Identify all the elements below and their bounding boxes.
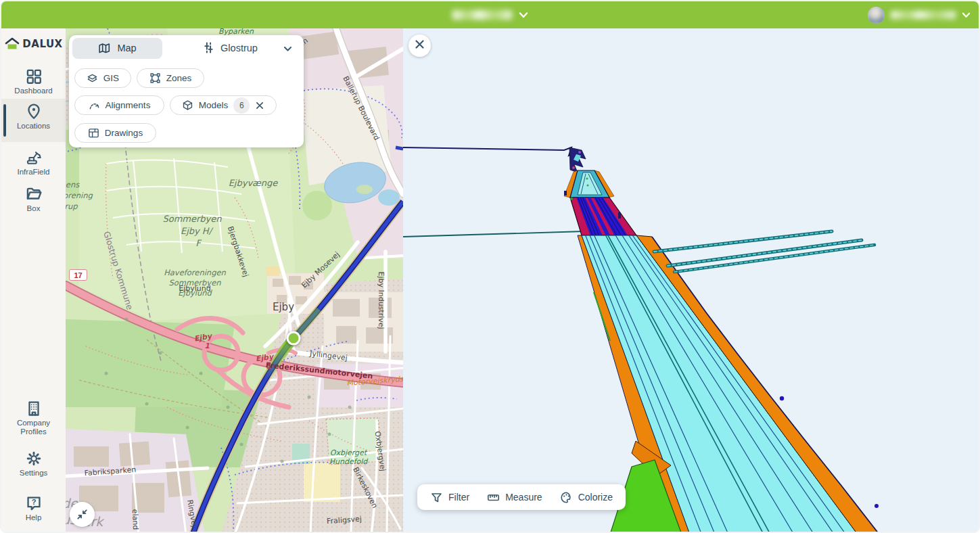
pill-label: Drawings <box>105 128 143 138</box>
chevron-down-icon <box>962 12 971 18</box>
alignment-position-marker[interactable] <box>287 331 301 346</box>
colorize-button[interactable]: Colorize <box>560 491 613 504</box>
measure-ruler-icon <box>487 491 500 504</box>
pill-label: Zones <box>166 73 192 83</box>
sidebar-item-settings[interactable]: Settings <box>1 446 66 482</box>
viewer-toolbar: FilterMeasureColorize <box>417 484 626 510</box>
pill-zones[interactable]: Zones <box>137 68 204 88</box>
pill-drawings[interactable]: Drawings <box>74 123 156 143</box>
measure-button[interactable]: Measure <box>487 491 542 504</box>
map-icon <box>98 43 111 54</box>
location-selector-label: Glostrup <box>220 43 258 53</box>
model-3d-canvas <box>403 28 980 533</box>
user-menu[interactable] <box>868 1 971 28</box>
dalux-app-window: DALUX DashboardLocationsInfraFieldBoxCom… <box>0 0 980 533</box>
sidebar-item-label: Dashboard <box>14 87 52 95</box>
user-name-redacted <box>891 11 956 19</box>
close-icon <box>415 39 425 52</box>
pill-models[interactable]: Models6 <box>170 95 277 115</box>
models-cube-icon <box>182 99 193 111</box>
building-icon <box>25 400 43 417</box>
locations-pin-icon <box>25 103 43 120</box>
gis-layers-icon <box>87 72 98 84</box>
sidebar-item-label: InfraField <box>18 168 50 177</box>
remove-models-filter-icon[interactable] <box>255 101 264 110</box>
drawings-icon <box>88 127 99 139</box>
dashboard-icon <box>25 68 43 85</box>
collapse-map-button[interactable] <box>70 502 95 527</box>
colorize-palette-icon <box>560 491 573 504</box>
pill-alignments[interactable]: Alignments <box>74 95 164 115</box>
pill-label: Models <box>199 100 229 110</box>
filter-icon <box>430 491 443 504</box>
pill-label: GIS <box>103 73 119 83</box>
alignments-icon <box>89 99 100 111</box>
pill-gis[interactable]: GIS <box>74 68 131 88</box>
excavator-icon <box>25 149 43 166</box>
gear-icon <box>25 450 43 467</box>
sidebar-item-label: CompanyProfiles <box>17 419 50 436</box>
svg-text:?: ? <box>31 498 36 506</box>
toolbar-button-label: Measure <box>505 492 542 503</box>
alignment-stakes-icon <box>203 42 214 53</box>
pill-label: Alignments <box>106 100 151 110</box>
help-icon: ? <box>25 494 43 512</box>
location-selector[interactable]: Glostrup <box>162 37 298 59</box>
sidebar: DALUX DashboardLocationsInfraFieldBoxCom… <box>1 28 66 532</box>
model-3d-viewer[interactable]: FilterMeasureColorize <box>403 28 980 533</box>
sidebar-item-label: Settings <box>20 469 48 478</box>
logo-text: DALUX <box>22 38 62 50</box>
sidebar-item-infrafield[interactable]: InfraField <box>1 145 66 181</box>
sidebar-item-dashboard[interactable]: Dashboard <box>1 64 66 99</box>
map-layer-panel: Map Glostrup GISZonesAlignmentsModels6Dr… <box>69 35 304 147</box>
tab-map-label: Map <box>117 43 136 53</box>
avatar <box>868 7 885 24</box>
dalux-logo[interactable]: DALUX <box>1 37 66 51</box>
route-17-badge: 17 <box>69 269 87 281</box>
sidebar-item-label: Box <box>27 204 41 213</box>
tab-map[interactable]: Map <box>72 38 162 59</box>
chevron-down-icon <box>519 12 528 18</box>
collapse-arrows-icon <box>76 508 89 521</box>
toolbar-button-label: Filter <box>448 492 469 503</box>
sidebar-item-company[interactable]: CompanyProfiles <box>1 396 66 440</box>
sidebar-item-label: Help <box>26 513 42 522</box>
sidebar-item-box[interactable]: Box <box>1 181 66 217</box>
top-bar <box>1 1 979 28</box>
dalux-house-icon <box>4 37 20 51</box>
filter-button[interactable]: Filter <box>430 491 469 504</box>
project-title-redacted <box>452 10 512 20</box>
toolbar-button-label: Colorize <box>578 492 613 503</box>
sidebar-item-label: Locations <box>17 122 50 131</box>
sidebar-item-help[interactable]: ?Help <box>1 490 66 526</box>
folder-icon <box>25 185 43 203</box>
close-viewer-button[interactable] <box>409 34 431 57</box>
caret-down-icon <box>284 43 291 53</box>
zones-icon <box>149 72 161 84</box>
models-count-badge: 6 <box>233 97 250 114</box>
project-selector[interactable] <box>452 1 528 28</box>
sidebar-item-locations[interactable]: Locations <box>1 99 66 142</box>
